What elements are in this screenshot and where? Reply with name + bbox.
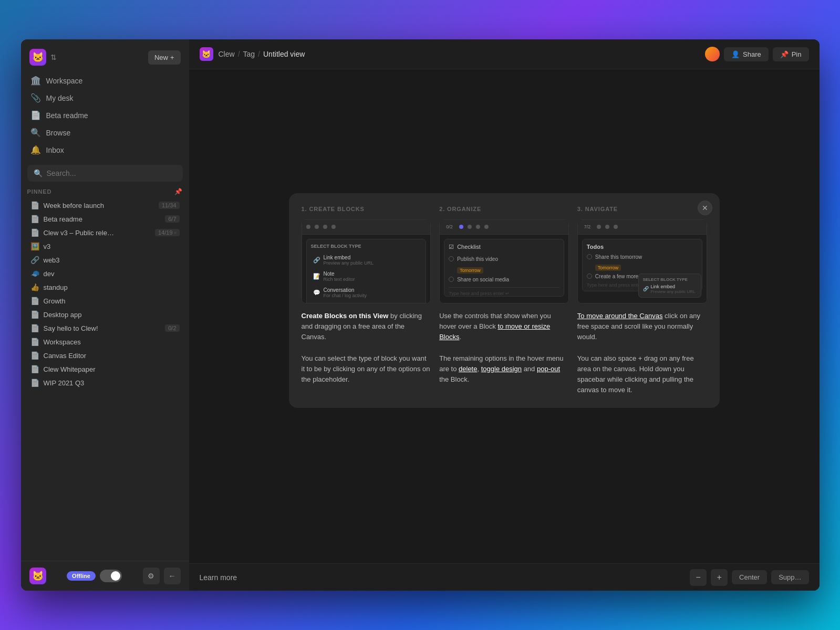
pinned-badge: 11/34 bbox=[159, 202, 180, 209]
pinned-header: PINNED 📌 bbox=[27, 188, 183, 195]
learn-more-link[interactable]: Learn more bbox=[200, 573, 237, 582]
mock-check-item-2: Share on social media bbox=[449, 275, 559, 284]
pinned-item-label: Growth bbox=[44, 297, 66, 305]
pinned-item-web3[interactable]: 🔗 web3 bbox=[27, 253, 183, 267]
breadcrumb-sep-1: / bbox=[238, 50, 240, 58]
center-button[interactable]: Center bbox=[732, 570, 767, 584]
delete-underline: delete bbox=[459, 365, 477, 373]
breadcrumb-sep-2: / bbox=[258, 50, 260, 58]
pinned-item-workspaces[interactable]: 📄 Workspaces bbox=[27, 335, 183, 349]
offline-toggle[interactable] bbox=[100, 570, 122, 582]
mock-toolbar-1 bbox=[302, 220, 431, 235]
sidebar-item-inbox[interactable]: 🔔 Inbox bbox=[25, 141, 185, 159]
pinned-badge-3: 14/19 ◦ bbox=[155, 229, 179, 236]
doc-icon-3: 📄 bbox=[30, 228, 39, 237]
mock-checklist: ☑ Checklist Publish this video bbox=[444, 239, 564, 297]
tutorial-columns: 1. CREATE BLOCKS bbox=[302, 206, 707, 395]
doc-icon-2: 📄 bbox=[30, 215, 39, 223]
new-button[interactable]: New + bbox=[148, 50, 181, 65]
sidebar-logo-emoji: 🐱 bbox=[32, 51, 44, 63]
sidebar-header-left: 🐱 ⇅ bbox=[29, 49, 57, 66]
mock-dot-11 bbox=[614, 225, 618, 229]
search-input[interactable] bbox=[47, 169, 177, 177]
zoom-out-button[interactable]: − bbox=[690, 569, 707, 586]
zoom-in-button[interactable]: + bbox=[711, 569, 728, 586]
growth-icon: 📄 bbox=[30, 297, 39, 305]
mock-dot bbox=[306, 225, 310, 229]
pinned-item-canvas-editor[interactable]: 📄 Canvas Editor bbox=[27, 349, 183, 362]
mock-dot-10 bbox=[605, 225, 609, 229]
mock-conv-label: Conversation bbox=[324, 287, 367, 293]
pinned-item-label: Beta readme bbox=[44, 215, 82, 223]
pinned-item-label: v3 bbox=[44, 243, 51, 250]
pinned-item-v3[interactable]: 🖼️ v3 bbox=[27, 239, 183, 253]
mock-item-desc: Preview any public URL bbox=[324, 260, 374, 266]
search-box[interactable]: 🔍 bbox=[27, 165, 183, 182]
sidebar-item-mydesk[interactable]: 📎 My desk bbox=[25, 89, 185, 107]
workspace-icon: 🏛️ bbox=[30, 76, 41, 86]
mock-conv-desc: For chat / log activity bbox=[324, 293, 367, 298]
sort-icon[interactable]: ⇅ bbox=[50, 53, 57, 61]
pinned-label: PINNED bbox=[27, 188, 52, 195]
wip-icon: 📄 bbox=[30, 379, 39, 387]
mock-item-data: 📊 Data embed bbox=[311, 301, 422, 303]
new-button-plus-icon: + bbox=[170, 54, 174, 61]
mock-note-label: Note bbox=[324, 271, 355, 277]
header-actions: 👤 Share 📌 Pin bbox=[705, 47, 809, 61]
sidebar: 🐱 ⇅ New + 🏛️ Workspace 📎 My desk 📄 Beta … bbox=[21, 39, 189, 591]
pinned-item-desktop-app[interactable]: 📄 Desktop app bbox=[27, 308, 183, 321]
pinned-item-say-hello[interactable]: 📄 Say hello to Clew! 0/2 bbox=[27, 321, 183, 335]
overlay-link: 🔗 Link embed Preview any public URL bbox=[643, 284, 697, 294]
tutorial-card: ✕ 1. CREATE BLOCKS bbox=[289, 193, 720, 408]
pinned-item-beta-readme[interactable]: 📄 Beta readme 6/7 bbox=[27, 212, 183, 226]
pinned-item-label: web3 bbox=[44, 256, 60, 264]
canvas-icon: 🖼️ bbox=[30, 242, 39, 250]
pinned-item-clew-v3[interactable]: 📄 Clew v3 – Public rele… 14/19 ◦ bbox=[27, 226, 183, 239]
pinned-item-dev[interactable]: 🧢 dev bbox=[27, 267, 183, 280]
pinned-item-growth[interactable]: 📄 Growth bbox=[27, 294, 183, 308]
mock-todo-title: Todos bbox=[587, 244, 698, 250]
pinned-item-week-before-launch[interactable]: 📄 Week before launch 11/34 bbox=[27, 198, 183, 212]
back-icon[interactable]: ← bbox=[164, 568, 181, 584]
pinned-item-label: Canvas Editor bbox=[44, 352, 87, 360]
canvas-area[interactable]: ✕ 1. CREATE BLOCKS bbox=[189, 69, 820, 563]
mock-item-link: 🔗 Link embed Preview any public URL bbox=[311, 252, 422, 268]
sidebar-item-beta-readme[interactable]: 📄 Beta readme bbox=[25, 107, 185, 124]
sidebar-item-workspace[interactable]: 🏛️ Workspace bbox=[25, 72, 185, 89]
pinned-item-clew-whitepaper[interactable]: 📄 Clew Whitepaper bbox=[27, 362, 183, 376]
mock-check-item-1: Publish this video bbox=[449, 255, 559, 264]
pinned-item-standup[interactable]: 👍 standup bbox=[27, 280, 183, 294]
link-embed-icon: 🔗 bbox=[313, 257, 320, 264]
breadcrumb-tag[interactable]: Tag bbox=[243, 50, 255, 58]
mock-dot-4 bbox=[331, 225, 336, 229]
pinned-item-label: Say hello to Clew! bbox=[44, 324, 98, 332]
pin-label: Pin bbox=[792, 50, 802, 58]
mock-dot-3 bbox=[323, 225, 327, 229]
close-button[interactable]: ✕ bbox=[698, 201, 712, 215]
breadcrumb-logo: 🐱 bbox=[200, 47, 213, 61]
mock-dot-9 bbox=[597, 225, 601, 229]
footer-logo-emoji: 🐱 bbox=[32, 570, 44, 582]
browse-icon: 🔍 bbox=[30, 128, 41, 138]
todo-circle-2 bbox=[587, 274, 592, 279]
offline-label: Offline bbox=[67, 571, 96, 581]
tutorial-col-create: 1. CREATE BLOCKS bbox=[302, 206, 431, 395]
checklist-label: Checklist bbox=[457, 244, 481, 250]
pinned-item-wip[interactable]: 📄 WIP 2021 Q3 bbox=[27, 376, 183, 390]
breadcrumb-clew[interactable]: Clew bbox=[219, 50, 235, 58]
tutorial-img-1: SELECT BLOCK TYPE 🔗 Link embed Preview a… bbox=[302, 219, 431, 303]
sidebar-logo-bottom: 🐱 bbox=[29, 568, 46, 584]
pinned-item-label: WIP 2021 Q3 bbox=[44, 379, 85, 387]
mydesk-icon: 📎 bbox=[30, 93, 41, 103]
sidebar-header: 🐱 ⇅ New + bbox=[21, 39, 189, 72]
settings-icon[interactable]: ⚙ bbox=[143, 568, 160, 584]
pinned-item-label: dev bbox=[44, 270, 55, 278]
sidebar-item-browse[interactable]: 🔍 Browse bbox=[25, 124, 185, 141]
pin-button[interactable]: 📌 Pin bbox=[773, 47, 809, 61]
support-button[interactable]: Supp… bbox=[771, 570, 808, 584]
share-button[interactable]: 👤 Share bbox=[724, 47, 769, 61]
step-2-number: 2. ORGANIZE bbox=[439, 206, 569, 212]
pinned-section: PINNED 📌 📄 Week before launch 11/34 📄 Be… bbox=[21, 188, 189, 561]
pinned-badge-2: 6/7 bbox=[165, 215, 179, 223]
desktop-icon: 📄 bbox=[30, 310, 39, 319]
